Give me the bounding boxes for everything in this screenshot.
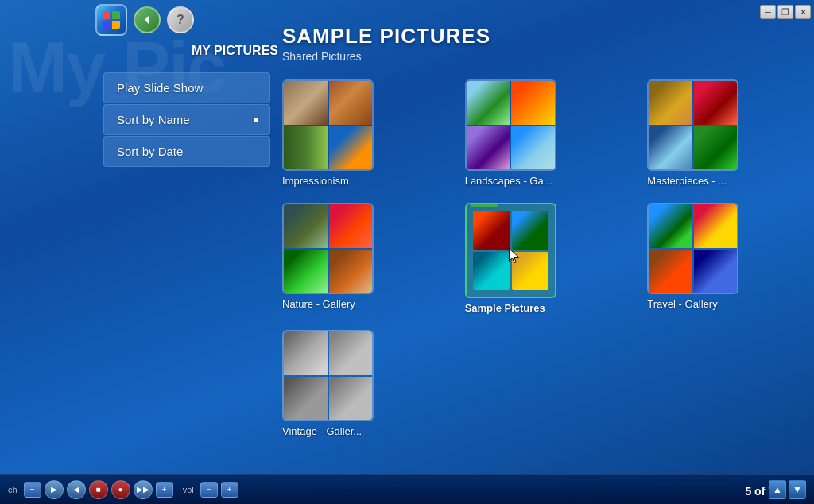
folder-thumbnail-landscapes bbox=[465, 79, 556, 171]
channel-controls: ch − ▶ ◀ ■ ● ▶▶ + bbox=[8, 480, 173, 499]
photo-cell bbox=[284, 81, 328, 125]
photo-cell bbox=[649, 81, 692, 125]
photo-cell bbox=[649, 126, 692, 170]
photo-cell bbox=[694, 204, 738, 248]
photo-cell bbox=[329, 204, 373, 248]
folder-thumbnail-impressionism bbox=[282, 79, 374, 171]
folder-thumbnail-sample-pictures bbox=[465, 203, 556, 298]
photo-cell bbox=[284, 250, 328, 293]
page-header: SAMPLE PICTURES Shared Pictures bbox=[282, 24, 806, 63]
photo-grid bbox=[467, 81, 555, 169]
photo-cell bbox=[284, 204, 328, 248]
folder-label: Masterpieces - ... bbox=[647, 175, 727, 187]
photo-cell bbox=[329, 331, 373, 375]
sidebar-item-sort-by-date[interactable]: Sort by Date bbox=[103, 136, 270, 167]
gallery-grid: Impressionism Landscapes - Ga... bbox=[282, 76, 806, 437]
sidebar: MY PICTURES Play Slide Show Sort by Name… bbox=[103, 44, 278, 168]
stop-button[interactable]: ■ bbox=[89, 480, 108, 499]
active-dot-indicator bbox=[254, 118, 258, 122]
photo-cell bbox=[511, 81, 555, 125]
minimize-button[interactable]: ─ bbox=[760, 5, 776, 19]
folder-label: Impressionism bbox=[282, 175, 349, 187]
page-down-button[interactable]: ▼ bbox=[789, 480, 806, 499]
photo-cell bbox=[467, 126, 510, 170]
folder-label: Landscapes - Ga... bbox=[465, 175, 552, 187]
record-button[interactable]: ● bbox=[111, 480, 130, 499]
next-button[interactable]: ▶▶ bbox=[134, 480, 153, 499]
close-button[interactable]: ✕ bbox=[795, 5, 811, 19]
prev-button[interactable]: ◀ bbox=[67, 480, 86, 499]
folder-nature[interactable]: Nature - Gallery bbox=[282, 203, 441, 314]
app-window: My Pic ─ ❐ ✕ ? MY PICTURES Play Slide Sh… bbox=[0, 0, 814, 504]
sidebar-item-label: Sort by Name bbox=[117, 113, 190, 126]
photo-grid bbox=[284, 331, 372, 420]
vol-up-button[interactable]: + bbox=[221, 482, 238, 498]
folder-sample-pictures[interactable]: Sample Pictures bbox=[465, 203, 624, 314]
photo-grid bbox=[467, 204, 555, 297]
svg-marker-0 bbox=[145, 15, 149, 25]
windows-logo-icon bbox=[103, 11, 120, 29]
toolbar: ? bbox=[95, 4, 194, 36]
photo-cell bbox=[649, 250, 692, 293]
photo-grid bbox=[649, 81, 737, 169]
photo-cell bbox=[467, 81, 510, 125]
folder-travel[interactable]: Travel - Gallery bbox=[647, 203, 806, 314]
photo-cell bbox=[511, 126, 555, 170]
volume-controls: vol − + bbox=[183, 482, 238, 498]
bottom-bar: ch − ▶ ◀ ■ ● ▶▶ + vol − + 5 of 7 ▲ ▼ bbox=[0, 474, 814, 504]
sidebar-item-play-slideshow[interactable]: Play Slide Show bbox=[103, 72, 270, 103]
help-button[interactable]: ? bbox=[167, 6, 194, 33]
photo-cell bbox=[512, 211, 548, 250]
back-arrow-icon bbox=[140, 13, 154, 27]
page-title: SAMPLE PICTURES bbox=[282, 24, 806, 48]
main-content: SAMPLE PICTURES Shared Pictures Impressi… bbox=[282, 24, 806, 472]
page-subtitle: Shared Pictures bbox=[282, 50, 806, 63]
back-button[interactable] bbox=[134, 6, 161, 33]
photo-grid bbox=[284, 204, 372, 293]
photo-cell bbox=[329, 126, 373, 170]
page-up-button[interactable]: ▲ bbox=[769, 480, 786, 499]
photo-cell bbox=[284, 377, 328, 421]
folder-label: Travel - Gallery bbox=[647, 298, 717, 310]
folder-tab bbox=[471, 203, 498, 207]
folder-masterpieces[interactable]: Masterpieces - ... bbox=[647, 79, 806, 187]
ch-down-button[interactable]: − bbox=[24, 482, 41, 498]
photo-cell bbox=[694, 81, 738, 125]
folder-landscapes[interactable]: Landscapes - Ga... bbox=[465, 79, 624, 187]
sidebar-title: MY PICTURES bbox=[103, 44, 278, 58]
photo-cell bbox=[512, 252, 548, 291]
folder-label: Nature - Gallery bbox=[282, 298, 355, 310]
vol-label: vol bbox=[183, 485, 194, 494]
photo-cell bbox=[329, 377, 373, 421]
start-button[interactable] bbox=[95, 4, 127, 36]
restore-button[interactable]: ❐ bbox=[777, 5, 793, 19]
photo-cell bbox=[694, 126, 738, 170]
photo-cell bbox=[649, 204, 692, 248]
folder-thumbnail-nature bbox=[282, 203, 374, 294]
sidebar-item-sort-by-name[interactable]: Sort by Name bbox=[103, 104, 270, 135]
sidebar-item-label: Sort by Date bbox=[117, 145, 183, 158]
photo-grid bbox=[284, 81, 372, 169]
photo-cell bbox=[694, 250, 738, 293]
photo-grid bbox=[649, 204, 737, 293]
vol-down-button[interactable]: − bbox=[200, 482, 218, 498]
sidebar-item-label: Play Slide Show bbox=[117, 81, 203, 95]
folder-vintage[interactable]: Vintage - Galler... bbox=[282, 330, 441, 437]
photo-cell bbox=[284, 126, 328, 170]
photo-cell bbox=[473, 252, 510, 291]
folder-impressionism[interactable]: Impressionism bbox=[282, 79, 441, 187]
photo-cell bbox=[473, 211, 510, 250]
photo-cell bbox=[329, 81, 373, 125]
ch-label: ch bbox=[8, 485, 17, 494]
help-icon: ? bbox=[176, 13, 184, 27]
photo-cell bbox=[284, 331, 328, 375]
photo-cell bbox=[329, 250, 373, 293]
play-button[interactable]: ▶ bbox=[45, 480, 64, 499]
folder-thumbnail-masterpieces bbox=[647, 79, 738, 171]
folder-thumbnail-vintage bbox=[282, 330, 374, 421]
folder-label: Sample Pictures bbox=[465, 302, 545, 314]
ch-up-button[interactable]: + bbox=[156, 482, 173, 498]
folder-thumbnail-travel bbox=[647, 203, 738, 294]
folder-label: Vintage - Galler... bbox=[282, 425, 362, 437]
page-navigation: ▲ ▼ bbox=[769, 480, 806, 499]
